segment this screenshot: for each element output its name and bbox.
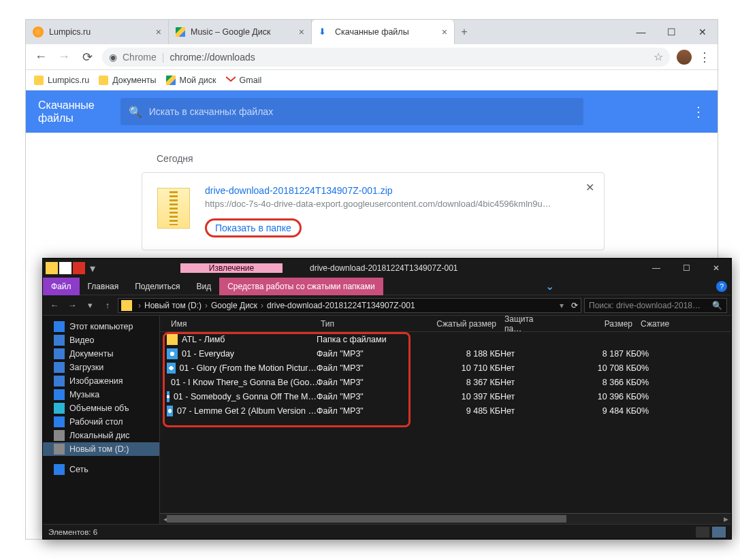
tab-lumpics[interactable]: Lumpics.ru ×	[26, 20, 169, 44]
downloads-menu-button[interactable]: ⋮	[692, 103, 705, 120]
remove-download-button[interactable]: ✕	[585, 181, 594, 194]
search-input[interactable]	[149, 106, 575, 117]
explorer-search[interactable]: Поиск: drive-download-2018… 🔍	[584, 298, 727, 313]
file-size: 8 187 КБ	[555, 349, 637, 359]
sidebar-item[interactable]: Загрузки	[43, 361, 159, 374]
new-tab-button[interactable]: +	[455, 20, 474, 44]
file-row[interactable]: 01 - Glory (From the Motion Pictur…Файл …	[160, 361, 731, 375]
bookmark-drive[interactable]: Мой диск	[166, 76, 216, 85]
file-row[interactable]: ATL - ЛимбПапка с файлами	[160, 332, 731, 346]
downloads-search[interactable]: 🔍	[120, 98, 583, 125]
nav-forward-button[interactable]: →	[65, 300, 80, 310]
minimize-button[interactable]: —	[641, 259, 671, 278]
ribbon-tab-home[interactable]: Главная	[80, 278, 127, 295]
reload-button[interactable]: ⟳	[79, 49, 95, 65]
omnibox[interactable]: ◉ Chrome | chrome://downloads ☆	[102, 48, 670, 67]
file-compressed-size: 8 367 КБ	[419, 378, 500, 387]
file-compression: 0%	[637, 406, 677, 416]
mp3-icon	[167, 348, 178, 359]
tab-downloads[interactable]: ⬇ Скачанные файлы ×	[312, 20, 455, 44]
sidebar-item[interactable]: Документы	[43, 347, 159, 361]
sidebar-item[interactable]: Рабочий стол	[43, 415, 159, 429]
minimize-button[interactable]: —	[626, 20, 656, 44]
zip-file-icon	[157, 188, 190, 229]
ribbon-tab-view[interactable]: Вид	[188, 278, 219, 295]
qat-item[interactable]	[73, 262, 85, 274]
sidebar-item-label: Сеть	[69, 465, 89, 474]
sidebar-item-label: Музыка	[69, 390, 99, 399]
download-filename-link[interactable]: drive-download-20181224T134907Z-001.zip	[205, 185, 589, 196]
sidebar-item-icon	[54, 430, 65, 441]
explorer-nav-bar: ← → ▾ ↑ › Новый том (D:) › Google Диск ›…	[43, 295, 731, 316]
file-row[interactable]: 01 - EverydayФайл "MP3"8 188 КБНет8 187 …	[160, 346, 731, 361]
ribbon-tab-compressed-tools[interactable]: Средства работы со сжатыми папками	[219, 278, 383, 295]
sidebar-item[interactable]: Локальный дис	[43, 429, 159, 442]
file-type: Файл "MP3"	[317, 392, 419, 401]
sidebar-item[interactable]: Новый том (D:)	[43, 442, 159, 456]
ribbon-tab-file[interactable]: Файл	[43, 278, 80, 295]
nav-recent-dropdown[interactable]: ▾	[82, 300, 97, 310]
close-icon[interactable]: ×	[299, 27, 304, 37]
col-name[interactable]: Имя	[167, 319, 317, 329]
file-name: ATL - Лимб	[182, 335, 225, 344]
close-button[interactable]: ✕	[687, 20, 718, 44]
breadcrumb-segment[interactable]: Google Диск	[211, 301, 257, 310]
close-icon[interactable]: ×	[156, 27, 161, 37]
nav-back-button[interactable]: ←	[47, 300, 62, 310]
chrome-menu-button[interactable]: ⋮	[698, 50, 711, 65]
downloads-title: Скачанные файлы	[38, 99, 95, 125]
maximize-button[interactable]: ☐	[671, 259, 701, 278]
explorer-titlebar[interactable]: ▾ Извлечение drive-download-20181224T134…	[43, 259, 731, 278]
show-in-folder-link[interactable]: Показать в папке	[205, 218, 302, 237]
address-breadcrumb[interactable]: › Новый том (D:) › Google Диск › drive-d…	[118, 298, 581, 313]
help-icon[interactable]: ?	[716, 281, 727, 292]
maximize-button[interactable]: ☐	[656, 20, 687, 44]
scroll-right-arrow[interactable]: ▶	[720, 514, 731, 524]
scroll-thumb[interactable]	[167, 515, 566, 523]
sidebar-item-icon	[54, 464, 65, 475]
view-details-button[interactable]	[696, 527, 709, 538]
file-row[interactable]: 01 - I Know There_s Gonna Be (Goo…Файл "…	[160, 375, 731, 389]
file-compressed-size: 10 710 КБ	[419, 363, 500, 373]
file-compression: 0%	[637, 378, 677, 387]
back-button[interactable]: ←	[33, 49, 49, 65]
profile-avatar[interactable]	[677, 50, 692, 65]
close-icon[interactable]: ×	[442, 27, 447, 37]
col-protection[interactable]: Защита па…	[500, 316, 555, 333]
forward-button[interactable]: →	[56, 49, 72, 65]
qat-item[interactable]	[59, 262, 71, 274]
tab-google-drive[interactable]: Music – Google Диск ×	[169, 20, 312, 44]
sidebar-item[interactable]: Объемные объ	[43, 401, 159, 415]
ribbon-tab-share[interactable]: Поделиться	[127, 278, 188, 295]
close-button[interactable]: ✕	[701, 259, 731, 278]
tab-label: Скачанные файлы	[335, 27, 409, 37]
horizontal-scrollbar[interactable]: ◀ ▶	[160, 513, 731, 524]
sidebar-item[interactable]: Этот компьютер	[43, 320, 159, 333]
view-thumbnails-button[interactable]	[712, 527, 726, 538]
sidebar-item[interactable]: Изображения	[43, 374, 159, 388]
breadcrumb-segment[interactable]: Новый том (D:)	[144, 301, 202, 310]
refresh-button[interactable]: ⟳	[571, 301, 578, 310]
file-row[interactable]: 01 - Somebody_s Gonna Off The M…Файл "MP…	[160, 389, 731, 403]
col-size[interactable]: Размер	[555, 319, 637, 329]
col-type[interactable]: Тип	[317, 319, 419, 329]
bookmark-gmail[interactable]: Gmail	[226, 76, 262, 85]
explorer-body: Этот компьютерВидеоДокументыЗагрузкиИзоб…	[43, 316, 731, 524]
star-icon[interactable]: ☆	[654, 50, 663, 63]
ribbon-expand-button[interactable]: ⌄	[541, 280, 558, 293]
bookmark-documents[interactable]: Документы	[99, 76, 156, 85]
tab-label: Music – Google Диск	[191, 27, 271, 37]
qat-dropdown[interactable]: ▾	[86, 262, 99, 274]
sidebar-item[interactable]: Видео	[43, 333, 159, 347]
bookmark-lumpics[interactable]: Lumpics.ru	[34, 76, 89, 85]
col-compression[interactable]: Сжатие	[637, 319, 677, 329]
sidebar-item[interactable]: Музыка	[43, 388, 159, 401]
nav-up-button[interactable]: ↑	[100, 300, 115, 310]
file-row[interactable]: 07 - Lemme Get 2 (Album Version …Файл "M…	[160, 403, 731, 418]
breadcrumb-segment[interactable]: drive-download-20181224T134907Z-001	[267, 301, 415, 310]
file-protection: Нет	[500, 363, 555, 373]
col-compressed-size[interactable]: Сжатый размер	[419, 319, 500, 329]
mp3-icon	[167, 363, 176, 374]
sidebar-item[interactable]: Сеть	[43, 463, 159, 476]
sidebar-item-label: Загрузки	[69, 363, 103, 372]
